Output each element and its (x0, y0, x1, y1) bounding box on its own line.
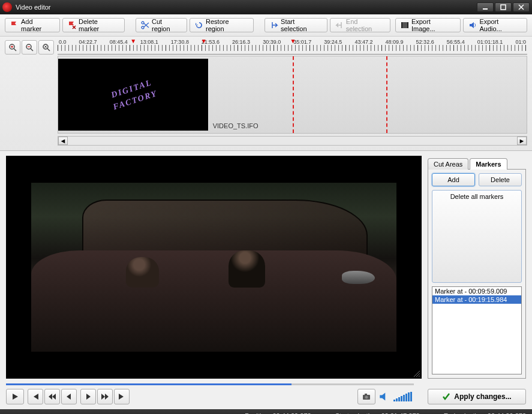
end-selection-button: End selection (330, 18, 390, 32)
export-image-button[interactable]: Export Image... (395, 18, 461, 32)
audio-export-icon (468, 21, 477, 29)
export-audio-button[interactable]: Export Audio... (463, 18, 527, 32)
svg-point-11 (365, 396, 368, 399)
ruler-tick: 17:30.8 (171, 39, 189, 45)
go-end-button[interactable] (114, 389, 130, 404)
status-bar: Position:00:44:29.272 Start selection:00… (0, 409, 532, 414)
timeline-scrollbar[interactable]: ◄ ► (58, 136, 527, 146)
ruler-tick: 26:16.3 (232, 39, 250, 45)
play-icon (11, 392, 19, 401)
restore-region-button[interactable]: Restore region (190, 18, 254, 32)
volume-slider[interactable] (393, 392, 412, 401)
svg-point-2 (142, 22, 144, 24)
timeline-track[interactable]: DIGITAL FACTORY VIDEO_TS.IFO (58, 56, 527, 134)
timeline-section: 0.004:22.708:45.413:08.117:30.821:53.626… (0, 37, 532, 151)
speaker-icon[interactable] (379, 391, 390, 402)
marker-list[interactable]: Marker at - 00:09:59.009Marker at - 00:1… (432, 286, 522, 374)
video-preview (6, 156, 422, 379)
export-image-label: Export Image... (411, 18, 456, 32)
ruler-tick: 52:32.6 (416, 39, 434, 45)
marker-list-item[interactable]: Marker at - 00:09:59.009 (432, 287, 521, 295)
zoom-in-button[interactable] (5, 40, 20, 55)
selection-end-icon (335, 21, 344, 29)
marker-list-item[interactable]: Marker at - 00:19:15.984 (432, 295, 521, 304)
svg-rect-5 (401, 22, 402, 28)
window-title: Video editor (16, 4, 477, 11)
playhead-indicator: ▼ (290, 38, 296, 44)
snapshot-button[interactable] (357, 389, 375, 404)
start-selection-button[interactable]: Start selection (265, 18, 327, 32)
video-clip[interactable]: DIGITAL FACTORY (58, 59, 208, 131)
step-back-button[interactable] (61, 389, 77, 404)
step-fwd-icon (84, 392, 92, 401)
add-marker-label: Add marker (21, 18, 55, 32)
rewind-button[interactable] (44, 389, 60, 404)
clip-thumbnail: DIGITAL FACTORY (107, 77, 158, 113)
restore-icon (195, 21, 203, 29)
video-frame (31, 183, 397, 352)
fast-fwd-icon (101, 392, 109, 401)
zoom-fit-button[interactable] (38, 40, 54, 55)
rewind-icon (48, 392, 56, 401)
flag-x-icon (68, 21, 76, 29)
ruler-tick: 56:55.4 (447, 39, 465, 45)
delete-marker-button[interactable]: Delete marker (62, 18, 125, 32)
ruler-tick: 35:01.7 (293, 39, 311, 45)
add-marker-button[interactable]: Add marker (5, 18, 60, 32)
tab-markers[interactable]: Markers (470, 158, 507, 170)
camera-icon (362, 392, 371, 401)
ruler-tick: 0.0 (59, 39, 67, 45)
scroll-right-button[interactable]: ► (517, 137, 527, 145)
ruler-tick: 13:08.1 (140, 39, 158, 45)
delete-all-markers-button[interactable]: Delete all markers (432, 190, 522, 283)
player-controls: Apply changes... (0, 381, 532, 409)
panel-delete-button[interactable]: Delete (479, 173, 522, 186)
skip-end-icon (118, 392, 126, 401)
cut-region-button[interactable]: Cut region (136, 18, 187, 32)
marker-indicator: ▼ (130, 38, 136, 44)
delete-marker-label: Delete marker (79, 18, 119, 32)
film-image-icon (401, 21, 409, 29)
zoom-out-button[interactable] (22, 40, 37, 55)
scroll-left-button[interactable]: ◄ (58, 137, 68, 145)
resize-grip-icon[interactable] (412, 369, 420, 377)
marker-indicator: ▼ (201, 38, 207, 44)
start-selection-label: Start selection (281, 18, 322, 32)
ruler-tick: 04:22.7 (79, 39, 97, 45)
svg-rect-0 (483, 8, 488, 10)
tab-cut-areas[interactable]: Cut Areas (428, 158, 468, 170)
svg-rect-12 (365, 394, 367, 395)
timeline-ruler[interactable]: 0.004:22.708:45.413:08.117:30.821:53.626… (58, 39, 527, 55)
ruler-tick: 08:45.4 (110, 39, 128, 45)
toolbar: Add marker Delete marker Cut region Rest… (0, 14, 532, 37)
close-button[interactable] (513, 2, 530, 12)
step-back-icon (65, 392, 73, 401)
zoom-in-icon (8, 43, 17, 52)
check-icon (442, 392, 450, 401)
selection-end-line[interactable] (386, 56, 387, 133)
fast-fwd-button[interactable] (97, 389, 113, 404)
flag-icon (10, 21, 19, 29)
ruler-tick: 01:01:18.1 (477, 39, 503, 45)
end-selection-label: End selection (346, 18, 385, 32)
minimize-button[interactable] (477, 2, 494, 12)
cut-region-label: Cut region (152, 18, 182, 32)
go-start-button[interactable] (28, 389, 43, 404)
titlebar: Video editor (0, 0, 532, 14)
panel-add-button[interactable]: Add (432, 173, 475, 186)
svg-point-3 (142, 26, 144, 29)
export-audio-label: Export Audio... (479, 18, 522, 32)
play-button[interactable] (6, 389, 24, 404)
maximize-button[interactable] (495, 2, 512, 12)
zoom-out-icon (25, 43, 34, 52)
apply-changes-button[interactable]: Apply changes... (428, 389, 526, 404)
selection-start-line[interactable] (293, 56, 294, 133)
restore-region-label: Restore region (206, 18, 248, 32)
ruler-tick: 39:24.5 (324, 39, 342, 45)
app-icon (2, 2, 12, 12)
step-fwd-button[interactable] (80, 389, 96, 404)
svg-rect-6 (407, 22, 408, 28)
apply-label: Apply changes... (454, 392, 511, 401)
playback-progress[interactable] (6, 383, 414, 385)
selection-start-icon (270, 21, 278, 29)
